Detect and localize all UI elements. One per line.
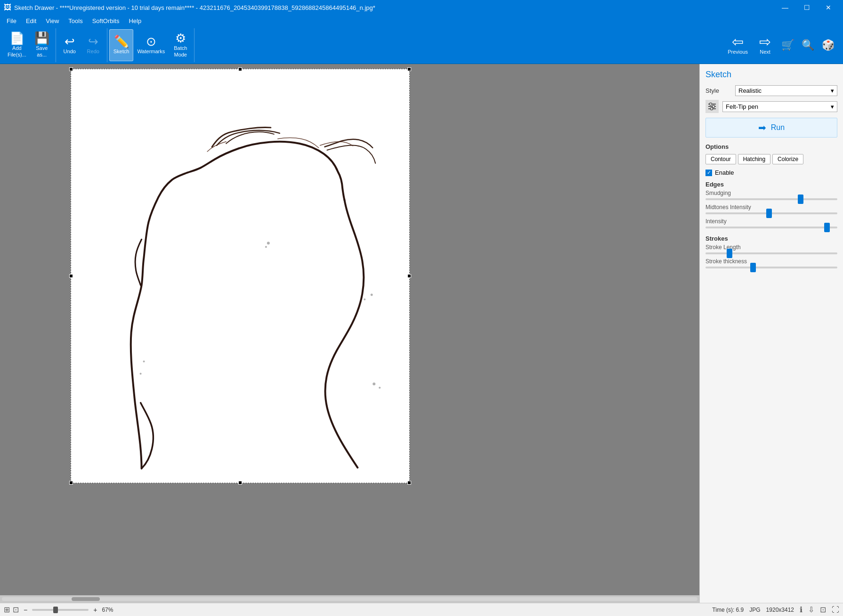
batch-mode-button[interactable]: ⚙ Batch Mode [169,29,192,61]
save-as-icon: 💾 [34,32,49,44]
presets-value: Felt-Tip pen [726,103,758,110]
style-select[interactable]: Realistic ▾ [735,85,837,96]
close-button[interactable]: ✕ [818,0,839,15]
svg-point-1 [265,246,267,248]
midtones-thumb[interactable] [766,209,772,218]
zoom-in-button[interactable]: + [91,606,99,614]
menu-tools[interactable]: Tools [64,15,87,26]
stroke-length-label: Stroke Length [705,244,837,251]
cart-icon[interactable]: 🛒 [778,37,797,53]
scroll-thumb[interactable] [72,597,100,601]
style-value: Realistic [738,87,762,94]
intensity-slider-row [705,227,837,228]
smudging-track[interactable] [705,198,837,200]
watermarks-button[interactable]: ⊙ Watermarks [133,29,169,61]
menu-file[interactable]: File [2,15,21,26]
colorize-tab[interactable]: Colorize [772,154,803,164]
stroke-thickness-slider-row [705,267,837,268]
enable-checkbox[interactable]: ✓ [705,170,712,176]
zoom-value: 67% [102,607,113,613]
stroke-length-thumb[interactable] [727,249,732,258]
stroke-length-slider-row [705,252,837,254]
contour-tab[interactable]: Contour [705,154,736,164]
redo-icon: ↪ [88,35,98,48]
svg-point-5 [379,387,381,389]
batch-mode-label: Batch Mode [174,45,187,57]
next-arrow-icon: ⇨ [759,35,771,49]
toolbar: 📄 Add File(s)... 💾 Save as... ↩ Undo ↪ R… [0,26,843,64]
zoom-actual-icon[interactable]: ⊡ [13,605,19,614]
menu-softorbits[interactable]: SoftOrbits [88,15,124,26]
canvas-area[interactable] [0,64,699,603]
toolbar-history-group: ↩ Undo ↪ Redo [56,28,107,62]
next-button[interactable]: ⇨ Next [754,29,777,61]
sketch-button[interactable]: ✏️ Sketch [109,29,134,61]
svg-point-2 [371,293,373,296]
save-as-label: Save as... [36,45,48,57]
svg-point-7 [140,373,142,374]
midtones-slider-row [705,212,837,214]
midtones-track[interactable] [705,212,837,214]
svg-point-0 [267,242,270,244]
previous-arrow-icon: ⇦ [732,35,744,49]
enable-row: ✓ Enable [705,169,837,176]
titlebar-controls: — ☐ ✕ [774,0,839,15]
fullscreen-icon[interactable]: ⛶ [832,606,839,614]
stroke-thickness-thumb[interactable] [750,263,756,272]
intensity-track[interactable] [705,227,837,228]
right-panel: Sketch Style Realistic ▾ [699,64,843,603]
statusbar-left: ⊞ ⊡ − + 67% [4,605,708,614]
strokes-section: Strokes Stroke Length Stroke thickness [705,235,837,268]
toolbar-file-group: 📄 Add File(s)... 💾 Save as... [2,28,56,62]
undo-button[interactable]: ↩ Undo [58,29,81,61]
add-files-icon: 📄 [9,32,24,44]
enable-label: Enable [715,169,734,176]
add-files-button[interactable]: 📄 Add File(s)... [4,29,30,61]
copy-icon[interactable]: ⊡ [820,605,826,614]
smudging-slider-row [705,198,837,200]
scroll-track [2,597,697,601]
zoom-out-button[interactable]: − [22,606,29,614]
minimize-button[interactable]: — [774,0,796,15]
redo-label: Redo [87,49,99,55]
zoom-slider-track[interactable] [32,609,89,611]
info-icon[interactable]: 🎲 [819,37,837,53]
stroke-thickness-track[interactable] [705,267,837,268]
previous-button[interactable]: ⇦ Previous [722,29,754,61]
smudging-thumb[interactable] [798,195,803,204]
save-as-button[interactable]: 💾 Save as... [30,29,54,61]
options-tabs: Contour Hatching Colorize [705,154,837,164]
run-button[interactable]: ➡ Run [705,118,837,138]
sliders-icon [707,101,717,112]
presets-select[interactable]: Felt-Tip pen ▾ [722,101,837,112]
style-row: Style Realistic ▾ [705,85,837,96]
toolbar-nav-group: ⇦ Previous ⇨ Next [720,28,778,62]
zoom-slider-thumb[interactable] [53,607,58,613]
edges-title: Edges [705,181,837,188]
time-label: Time (s): 6.9 [712,607,744,613]
svg-point-12 [713,105,715,108]
titlebar-left: 🖼 Sketch Drawer - ****Unregistered versi… [4,3,375,12]
menu-edit[interactable]: Edit [21,15,41,26]
canvas-container [71,69,410,483]
horizontal-scrollbar[interactable] [0,595,699,603]
save-icon[interactable]: ⇩ [808,605,814,614]
main-area: Sketch Style Realistic ▾ [0,64,843,603]
hatching-tab[interactable]: Hatching [738,154,770,164]
sketch-icon: ✏️ [114,35,129,48]
search-icon[interactable]: 🔍 [799,37,817,53]
smudging-label: Smudging [705,190,837,196]
menu-view[interactable]: View [41,15,64,26]
menu-help[interactable]: Help [124,15,146,26]
share-icon[interactable]: ℹ [800,605,802,614]
svg-point-6 [143,361,145,363]
stroke-length-track[interactable] [705,252,837,254]
maximize-button[interactable]: ☐ [796,0,818,15]
zoom-fit-icon[interactable]: ⊞ [4,605,10,614]
next-label: Next [760,49,770,55]
titlebar: 🖼 Sketch Drawer - ****Unregistered versi… [0,0,843,15]
intensity-thumb[interactable] [824,223,830,232]
style-dropdown-icon: ▾ [831,87,834,94]
svg-point-3 [364,299,365,300]
redo-button[interactable]: ↪ Redo [81,29,105,61]
